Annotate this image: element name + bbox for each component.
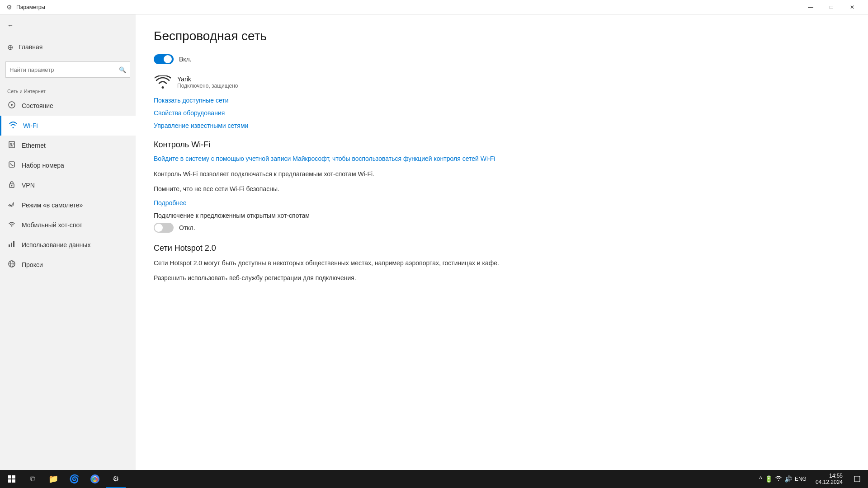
taskbar-right: ^ 🔋 🔊 ENG 14:55 04.12.2024 bbox=[755, 470, 866, 488]
svg-rect-17 bbox=[8, 475, 11, 479]
search-input[interactable] bbox=[9, 66, 119, 73]
status-icon bbox=[7, 101, 16, 111]
sidebar-item-status-label: Состояние bbox=[22, 102, 53, 109]
hotspot-toggle-row: Откл. bbox=[154, 223, 850, 233]
network-info: Yarik Подключено, защищено bbox=[177, 75, 238, 89]
sidebar-item-home[interactable]: ⊕ Главная bbox=[0, 36, 136, 58]
home-label: Главная bbox=[19, 43, 42, 51]
hardware-props-link[interactable]: Свойства оборудования bbox=[154, 109, 850, 117]
chevron-up-icon[interactable]: ^ bbox=[759, 475, 762, 483]
svg-rect-24 bbox=[854, 476, 860, 482]
volume-icon[interactable]: 🔊 bbox=[784, 475, 792, 483]
taskbar-taskview[interactable]: ⧉ bbox=[23, 470, 42, 488]
taskbar-browser1[interactable]: 🌀 bbox=[64, 470, 84, 488]
page-title: Беспроводная сеть bbox=[154, 29, 850, 43]
datausage-icon bbox=[7, 240, 16, 250]
airplane-icon bbox=[7, 200, 16, 210]
taskbar: ⧉ 📁 🌀 ⚙ ^ 🔋 bbox=[0, 470, 868, 488]
svg-rect-20 bbox=[12, 479, 15, 483]
wifi-sense-desc1: Контроль Wi-Fi позволяет подключаться к … bbox=[154, 169, 850, 179]
clock-date: 04.12.2024 bbox=[816, 479, 843, 485]
title-bar-text: Параметры bbox=[16, 4, 800, 10]
taskbar-settings[interactable]: ⚙ bbox=[106, 470, 126, 488]
sidebar-item-airplane[interactable]: Режим «в самолете» bbox=[0, 195, 136, 215]
hotspot20-desc2: Разрешить использовать веб-службу регист… bbox=[154, 273, 850, 283]
search-icon: 🔍 bbox=[119, 66, 126, 73]
sidebar-item-dialup[interactable]: Набор номера bbox=[0, 155, 136, 175]
wifi-toggle-label: Вкл. bbox=[179, 56, 192, 63]
search-box[interactable]: 🔍 bbox=[5, 61, 130, 78]
wifi-sense-desc2: Помните, что не все сети Wi-Fi безопасны… bbox=[154, 184, 850, 194]
vpn-icon bbox=[7, 180, 16, 190]
hotspot-toggle[interactable] bbox=[154, 223, 174, 233]
maximize-button[interactable]: □ bbox=[821, 0, 842, 14]
svg-rect-18 bbox=[12, 475, 15, 479]
wifi-icon bbox=[9, 121, 18, 130]
svg-point-9 bbox=[11, 185, 13, 187]
proxy-icon bbox=[7, 260, 16, 270]
dialup-icon bbox=[7, 160, 16, 170]
ethernet-icon bbox=[7, 141, 16, 150]
sidebar-item-ethernet-label: Ethernet bbox=[22, 142, 46, 149]
app-body: ← ⊕ Главная 🔍 Сеть и Интернет Состояние bbox=[0, 14, 868, 470]
sidebar-item-wifi[interactable]: Wi-Fi bbox=[0, 116, 136, 136]
sidebar-item-ethernet[interactable]: Ethernet bbox=[0, 136, 136, 155]
network-status: Подключено, защищено bbox=[177, 83, 238, 89]
sidebar: ← ⊕ Главная 🔍 Сеть и Интернет Состояние bbox=[0, 14, 136, 470]
svg-rect-13 bbox=[13, 241, 14, 247]
systray: ^ 🔋 🔊 ENG bbox=[755, 475, 810, 483]
taskbar-clock[interactable]: 14:55 04.12.2024 bbox=[812, 470, 846, 488]
svg-point-1 bbox=[11, 104, 13, 106]
sidebar-item-datausage-label: Использование данных bbox=[22, 241, 90, 249]
more-link[interactable]: Подробнее bbox=[154, 199, 850, 206]
back-arrow-icon: ← bbox=[7, 22, 14, 29]
main-content: Беспроводная сеть Вкл. Yarik Подключено,… bbox=[136, 14, 868, 470]
show-networks-link[interactable]: Показать доступные сети bbox=[154, 97, 850, 104]
connected-wifi-icon bbox=[154, 73, 172, 91]
explorer-icon: 📁 bbox=[48, 474, 58, 484]
sidebar-item-hotspot[interactable]: Мобильный хот-спот bbox=[0, 215, 136, 235]
settings-icon: ⚙ bbox=[113, 474, 119, 483]
hotspot-toggle-knob bbox=[155, 224, 163, 232]
taskbar-chrome[interactable] bbox=[85, 470, 105, 488]
sidebar-item-vpn-label: VPN bbox=[22, 182, 35, 189]
notification-icon bbox=[854, 476, 860, 482]
sidebar-item-hotspot-label: Мобильный хот-спот bbox=[22, 221, 82, 229]
sidebar-item-airplane-label: Режим «в самолете» bbox=[22, 202, 83, 209]
sidebar-item-dialup-label: Набор номера bbox=[22, 162, 64, 169]
wifi-toggle-row: Вкл. bbox=[154, 54, 850, 64]
sidebar-item-wifi-label: Wi-Fi bbox=[23, 122, 38, 129]
start-button[interactable] bbox=[2, 470, 22, 488]
hotspot-toggle-label: Откл. bbox=[179, 224, 195, 231]
wifi-tray-icon[interactable] bbox=[775, 475, 782, 483]
sidebar-item-proxy[interactable]: Прокси bbox=[0, 255, 136, 275]
taskview-icon: ⧉ bbox=[30, 475, 35, 483]
hotspot-icon bbox=[7, 220, 16, 230]
wifi-toggle[interactable] bbox=[154, 54, 174, 64]
title-bar: ⚙ Параметры — □ ✕ bbox=[0, 0, 868, 14]
sidebar-item-status[interactable]: Состояние bbox=[0, 96, 136, 116]
hotspot-label: Подключение к предложенным открытым хот-… bbox=[154, 212, 850, 219]
wifi-sense-title: Контроль Wi-Fi bbox=[154, 140, 850, 150]
manage-nets-link[interactable]: Управление известными сетями bbox=[154, 122, 850, 129]
sidebar-category: Сеть и Интернет bbox=[0, 81, 136, 96]
language-label[interactable]: ENG bbox=[795, 476, 807, 482]
svg-rect-12 bbox=[11, 243, 12, 247]
taskbar-left: ⧉ 📁 🌀 ⚙ bbox=[2, 470, 126, 488]
hotspot20-title: Сети Hotspot 2.0 bbox=[154, 244, 850, 253]
network-item: Yarik Подключено, защищено bbox=[154, 73, 850, 91]
svg-rect-19 bbox=[8, 479, 11, 483]
sidebar-item-vpn[interactable]: VPN bbox=[0, 175, 136, 195]
title-bar-controls: — □ ✕ bbox=[800, 0, 863, 14]
minimize-button[interactable]: — bbox=[800, 0, 821, 14]
login-microsoft-link[interactable]: Войдите в систему с помощью учетной запи… bbox=[154, 155, 850, 162]
notification-button[interactable] bbox=[848, 470, 866, 488]
app-icon: ⚙ bbox=[5, 4, 13, 11]
taskbar-explorer[interactable]: 📁 bbox=[43, 470, 63, 488]
browser1-icon: 🌀 bbox=[69, 474, 79, 484]
toggle-knob bbox=[164, 55, 172, 63]
close-button[interactable]: ✕ bbox=[842, 0, 863, 14]
sidebar-item-datausage[interactable]: Использование данных bbox=[0, 235, 136, 255]
battery-icon[interactable]: 🔋 bbox=[765, 475, 773, 483]
back-button[interactable]: ← bbox=[0, 14, 136, 36]
